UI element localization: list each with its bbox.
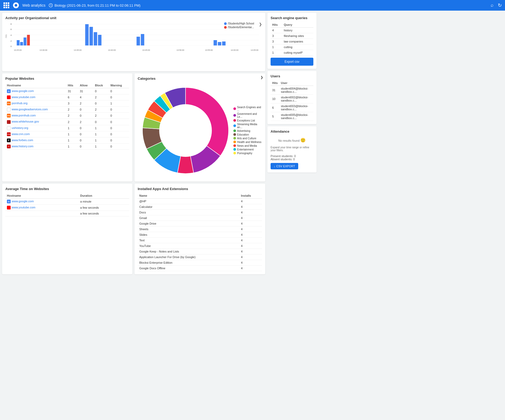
- legend-label: Streaming Media an...: [237, 123, 262, 129]
- svg-text:13:30:00: 13:30:00: [40, 49, 47, 51]
- legend-dot-elem: [224, 26, 227, 29]
- hostname-link[interactable]: www.googleadservices.com: [12, 108, 48, 111]
- legend-color-dot: [233, 119, 236, 122]
- svg-text:13:50:00: 13:50:00: [176, 49, 184, 51]
- table-row: ushistory.org 1 0 1 0: [5, 125, 129, 131]
- hostname-link[interactable]: www.history.com: [12, 145, 33, 148]
- table-row: PHwww.pornhub.com 2 0 2 0: [5, 113, 129, 119]
- apps-col-name: Name: [138, 193, 239, 199]
- attendance-title: Attendance: [271, 129, 313, 133]
- table-row: 31 student004@blocksi-sandbox.c...: [271, 86, 313, 95]
- legend-item-elementary: /Students/Elementar...: [224, 26, 254, 29]
- hostname-link[interactable]: www.forbes.com: [12, 138, 33, 142]
- table-row: Sheets 4: [138, 226, 262, 232]
- hostname-link[interactable]: www.youtube.com: [12, 95, 35, 99]
- users-col-user: User: [279, 80, 313, 86]
- svg-rect-21: [98, 35, 102, 45]
- avg-hostname-link[interactable]: www.youtube.com: [12, 206, 35, 209]
- session-label: Biology (2021-06-23, from 01:21:11 PM to…: [54, 3, 141, 7]
- table-row: a few seconds: [5, 211, 129, 216]
- legend-item: Streaming Media an...: [233, 123, 262, 129]
- table-row: Gwww.google.com a minute: [5, 199, 129, 205]
- table-row: 6 student003@blocksi-sandbox.c...: [271, 103, 313, 112]
- users-table: Hits User 31 student004@blocksi-sandbox.…: [271, 80, 313, 121]
- legend-item: Arts and Culture: [233, 137, 262, 140]
- hostname-link[interactable]: www.pornhub.com: [12, 114, 36, 117]
- table-row: Slides 4: [138, 232, 262, 238]
- search-scroll-area[interactable]: Hits Query 4 history 3 filesharing sites…: [271, 22, 313, 56]
- svg-rect-24: [214, 40, 217, 45]
- legend-label: Advertising: [237, 129, 250, 132]
- svg-text:14:00:00: 14:00:00: [231, 49, 238, 51]
- search-queries-table: Hits Query 4 history 3 filesharing sites…: [271, 22, 313, 56]
- table-row: Gmail 4: [138, 215, 262, 221]
- attendance-stats: Present students: 0 Absent students: 0: [271, 154, 313, 161]
- col-warning: Warning: [109, 83, 129, 88]
- hostname-link[interactable]: www.whitehouse.gov: [12, 120, 39, 123]
- app-grid-icon[interactable]: [3, 2, 10, 9]
- session-info: Biology (2021-06-23, from 01:21:11 PM to…: [49, 3, 141, 7]
- table-row: Application Launcher For Drive (by Googl…: [138, 254, 262, 260]
- legend-item: Search Engines and ...: [233, 106, 262, 112]
- legend-label: Exceptions List: [237, 119, 255, 122]
- avg-time-title: Average Time on Websites: [5, 187, 129, 191]
- no-results-text: No results found 🙂: [271, 136, 313, 145]
- legend-label-elem: /Students/Elementar...: [228, 26, 254, 29]
- svg-text:4: 4: [10, 34, 12, 36]
- attendance-card: Attendance No results found 🙂 Expand you…: [267, 126, 317, 173]
- svg-rect-18: [85, 24, 89, 45]
- legend-item: Advertising: [233, 129, 262, 132]
- legend-color-dot: [233, 137, 236, 140]
- emoji-icon: 🙂: [300, 138, 306, 142]
- svg-rect-25: [218, 42, 221, 45]
- table-row: www.youtube.com a few seconds: [5, 205, 129, 211]
- pie-expand-icon[interactable]: ❯: [260, 75, 263, 79]
- hostname-link[interactable]: www.google.com: [12, 89, 34, 93]
- table-row: 3 filesharing sites: [271, 33, 313, 39]
- legend-color-dot: [233, 114, 236, 117]
- table-row: PHpornhub.org 3 2 0 1: [5, 100, 129, 107]
- table-row: 1 cutting: [271, 44, 313, 50]
- chart-expand-icon[interactable]: ❯: [259, 22, 262, 26]
- svg-text:2: 2: [10, 40, 12, 42]
- legend-color-dot: [233, 148, 236, 151]
- legend-color-dot: [233, 107, 236, 110]
- legend-dot-hs: [224, 22, 227, 25]
- installed-apps-card: Installed Apps And Extensions Name Insta…: [134, 184, 265, 274]
- attendance-message: Expand your time range or refine your fi…: [271, 145, 313, 153]
- apps-table: Name Installs @HP 4 Calculator 4 Docs 4 …: [138, 193, 262, 271]
- table-row: @HP 4: [138, 199, 262, 204]
- hostname-link[interactable]: pornhub.org: [12, 102, 27, 105]
- legend-label: Education: [237, 133, 249, 136]
- hostname-link[interactable]: www.cnn.com: [12, 132, 30, 136]
- activity-title: Activity per Organizational unit: [5, 16, 262, 20]
- table-row: 4 history: [271, 28, 313, 33]
- legend-label: Health and Wellness: [237, 141, 262, 144]
- table-row: Hwww.history.com 1 0 1 0: [5, 143, 129, 149]
- legend-label: Pornography: [237, 152, 252, 155]
- popular-table: Hostname Hits Allow Block Warning Gwww.g…: [5, 83, 129, 150]
- svg-rect-26: [222, 41, 226, 45]
- refresh-icon[interactable]: ↻: [498, 2, 502, 8]
- present-count: Present students: 0: [271, 154, 313, 158]
- col-allow: Allow: [78, 83, 93, 88]
- export-csv-button[interactable]: Export csv: [271, 58, 313, 66]
- donut-hole: [159, 104, 212, 157]
- table-row: 5 student005@blocksi-sandbox.c...: [271, 112, 313, 121]
- legend-item: Government and Le...: [233, 112, 262, 118]
- svg-rect-19: [90, 27, 93, 45]
- chart-legend: /Students/High School /Students/Elementa…: [224, 22, 254, 29]
- table-row: Text 4: [138, 238, 262, 243]
- table-row: Blocksi Enterprise Edition 4: [138, 260, 262, 266]
- legend-color-dot: [233, 144, 236, 147]
- attendance-csv-export-button[interactable]: ↓ CSV EXPORT: [271, 163, 298, 169]
- hostname-link[interactable]: ushistory.org: [12, 126, 28, 129]
- search-queries-title: Search engine queries: [271, 16, 313, 20]
- svg-text:13:45:00: 13:45:00: [142, 49, 150, 51]
- svg-rect-15: [20, 42, 23, 45]
- col-hits: Hits: [66, 83, 78, 88]
- legend-color-dot: [233, 141, 236, 143]
- avg-hostname-link[interactable]: www.google.com: [12, 200, 34, 203]
- legend-item: Health and Wellness: [233, 141, 262, 144]
- search-icon[interactable]: ⌕: [491, 2, 494, 8]
